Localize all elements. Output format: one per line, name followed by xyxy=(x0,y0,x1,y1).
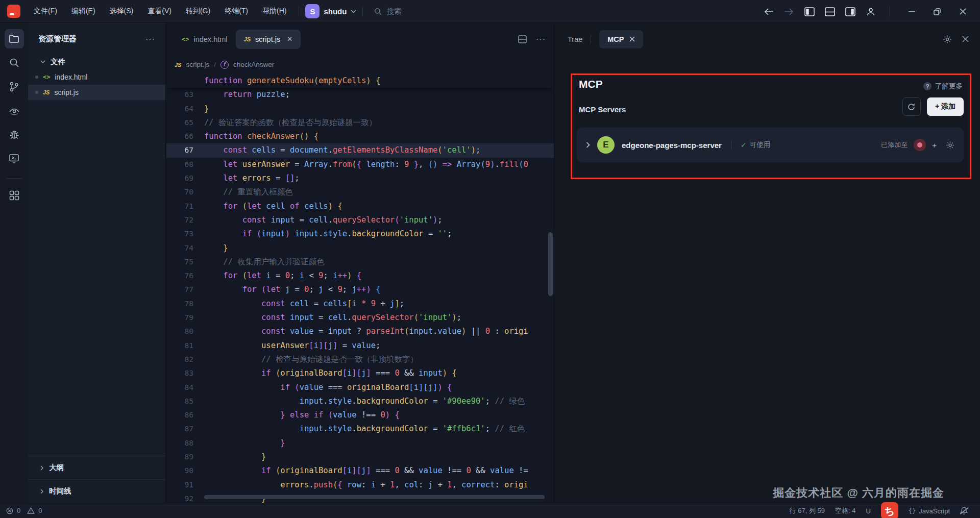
code-line-83[interactable]: 83 if (originalBoard[i][j] === 0 && inpu… xyxy=(166,366,554,380)
breadcrumb-symbol[interactable]: checkAnswer xyxy=(233,61,274,68)
line-number: 70 xyxy=(166,185,204,199)
add-to-agent-icon[interactable]: + xyxy=(932,141,937,150)
refresh-button[interactable] xyxy=(902,97,921,116)
braces-icon: {} xyxy=(909,507,916,514)
panel-right-icon[interactable] xyxy=(843,4,858,19)
source-control-icon[interactable] xyxy=(5,77,24,96)
code-line-90[interactable]: 90 if (originalBoard[i][j] === 0 && valu… xyxy=(166,464,554,478)
outline-section-header[interactable]: 大纲 xyxy=(28,456,165,479)
files-section-header[interactable]: 文件 xyxy=(28,54,165,69)
agent-avatar[interactable] xyxy=(914,139,926,151)
notifications-bell-icon[interactable] xyxy=(960,507,968,515)
account-icon[interactable] xyxy=(863,4,878,19)
back-arrow-icon[interactable] xyxy=(761,4,776,19)
code-area[interactable]: function generateSudoku(emptyCells) {63 … xyxy=(166,74,554,503)
js-file-icon: JS xyxy=(244,36,251,42)
code-line-89[interactable]: 89 } xyxy=(166,450,554,464)
check-icon: ✓ xyxy=(741,141,747,149)
tab-mcp[interactable]: MCP xyxy=(599,30,643,48)
divider xyxy=(890,7,890,17)
code-line-84[interactable]: 84 if (value === originalBoard[i][j]) { xyxy=(166,381,554,394)
app-logo-icon[interactable] xyxy=(7,5,20,18)
file-item-index.html[interactable]: <>index.html xyxy=(28,69,165,85)
timeline-section-header[interactable]: 时间线 xyxy=(28,479,165,503)
mcp-server-row[interactable]: E edgeone-pages-mcp-server ✓ 可使用 已添加至 + xyxy=(577,128,964,162)
preview-eye-icon[interactable] xyxy=(5,101,24,120)
code-line-80[interactable]: 80 const value = input ? parseInt(input.… xyxy=(166,325,554,338)
global-search[interactable]: 搜索 xyxy=(374,7,401,16)
explorer-more-icon[interactable]: ··· xyxy=(145,35,155,44)
code-text: userAnswer[i][j] = value; xyxy=(204,339,380,353)
vertical-scrollbar[interactable] xyxy=(548,232,553,296)
code-line-79[interactable]: 79 const input = cell.querySelector('inp… xyxy=(166,311,554,325)
code-line-88[interactable]: 88 } xyxy=(166,436,554,450)
server-gear-icon[interactable] xyxy=(946,141,954,150)
split-editor-icon[interactable] xyxy=(518,35,527,43)
code-line-64[interactable]: 64} xyxy=(166,102,554,116)
gear-icon[interactable] xyxy=(943,35,952,44)
menu-item-6[interactable]: 帮助(H) xyxy=(256,4,292,18)
tab-trae[interactable]: Trae xyxy=(568,35,582,43)
menu-item-1[interactable]: 编辑(E) xyxy=(65,4,102,18)
debug-bug-icon[interactable] xyxy=(5,125,24,144)
menu-item-0[interactable]: 文件(F) xyxy=(28,4,63,18)
panel-bottom-icon[interactable] xyxy=(822,4,838,19)
close-icon[interactable] xyxy=(629,36,635,42)
code-line-75[interactable]: 75 // 收集用户输入并验证颜色 xyxy=(166,255,554,269)
code-line-74[interactable]: 74 } xyxy=(166,241,554,255)
code-line-70[interactable]: 70 // 重置输入框颜色 xyxy=(166,185,554,199)
code-line-81[interactable]: 81 userAnswer[i][j] = value; xyxy=(166,339,554,353)
code-text: } xyxy=(204,436,285,450)
minimize-button[interactable] xyxy=(901,4,922,19)
code-text: return puzzle; xyxy=(204,88,290,102)
search-icon[interactable] xyxy=(5,53,24,72)
code-line-67[interactable]: 67 const cells = document.getElementsByC… xyxy=(166,143,554,157)
add-server-button[interactable]: + 添加 xyxy=(927,97,964,116)
cursor-position[interactable]: 行 67, 列 59 xyxy=(790,506,825,515)
code-line-86[interactable]: 86 } else if (value !== 0) { xyxy=(166,408,554,422)
code-line-78[interactable]: 78 const cell = cells[i * 9 + j]; xyxy=(166,297,554,311)
code-line-65[interactable]: 65// 验证答案的函数（检查是否与原始谜题一致） xyxy=(166,116,554,130)
editor-more-icon[interactable]: ··· xyxy=(536,35,546,44)
code-line-76[interactable]: 76 for (let i = 0; i < 9; i++) { xyxy=(166,269,554,283)
extensions-grid-icon[interactable] xyxy=(5,186,24,205)
code-line-63[interactable]: 63 return puzzle; xyxy=(166,88,554,102)
terminal-monitor-icon[interactable] xyxy=(5,149,24,168)
sticky-code-line[interactable]: function generateSudoku(emptyCells) { xyxy=(166,74,554,88)
warnings-icon[interactable] xyxy=(27,507,35,514)
code-line-87[interactable]: 87 input.style.backgroundColor = '#ffb6c… xyxy=(166,422,554,436)
expand-chevron-icon[interactable] xyxy=(586,142,590,148)
menu-item-2[interactable]: 选择(S) xyxy=(104,4,140,18)
errors-icon[interactable] xyxy=(6,507,13,514)
code-line-73[interactable]: 73 if (input) input.style.backgroundColo… xyxy=(166,227,554,241)
project-switcher[interactable]: S shudu xyxy=(305,4,356,18)
code-line-82[interactable]: 82 // 检查与原始谜题是否一致（非预填数字） xyxy=(166,353,554,366)
panel-left-icon[interactable] xyxy=(802,4,817,19)
restore-button[interactable] xyxy=(927,4,947,19)
explorer-folder-icon[interactable] xyxy=(5,29,24,48)
code-line-66[interactable]: 66function checkAnswer() { xyxy=(166,130,554,143)
horizontal-scrollbar[interactable] xyxy=(204,495,545,499)
code-line-91[interactable]: 91 errors.push({ row: i + 1, col: j + 1,… xyxy=(166,478,554,492)
encoding[interactable]: U xyxy=(866,507,870,515)
close-panel-icon[interactable] xyxy=(962,36,969,42)
code-line-71[interactable]: 71 for (let cell of cells) { xyxy=(166,200,554,213)
code-line-77[interactable]: 77 for (let j = 0; j < 9; j++) { xyxy=(166,283,554,297)
menu-item-5[interactable]: 终端(T) xyxy=(218,4,254,18)
indentation[interactable]: 空格: 4 xyxy=(835,506,855,515)
close-icon[interactable]: ✕ xyxy=(287,35,292,43)
learn-more-link[interactable]: ? 了解更多 xyxy=(923,82,963,91)
code-line-68[interactable]: 68 let userAnswer = Array.from({ length:… xyxy=(166,158,554,171)
menu-item-3[interactable]: 查看(V) xyxy=(141,4,178,18)
code-line-85[interactable]: 85 input.style.backgroundColor = '#90ee9… xyxy=(166,394,554,408)
menu-item-4[interactable]: 转到(G) xyxy=(180,4,216,18)
language-mode[interactable]: {} JavaScript xyxy=(909,507,950,515)
forward-arrow-icon[interactable] xyxy=(781,4,797,19)
code-line-69[interactable]: 69 let errors = []; xyxy=(166,171,554,185)
editor-tab-index.html[interactable]: <>index.html xyxy=(174,30,236,49)
editor-tab-script.js[interactable]: JSscript.js✕ xyxy=(236,30,301,49)
close-button[interactable] xyxy=(952,4,973,19)
breadcrumb-file[interactable]: script.js xyxy=(186,61,209,68)
file-item-script.js[interactable]: JSscript.js xyxy=(28,85,165,100)
code-line-72[interactable]: 72 const input = cell.querySelector('inp… xyxy=(166,213,554,227)
